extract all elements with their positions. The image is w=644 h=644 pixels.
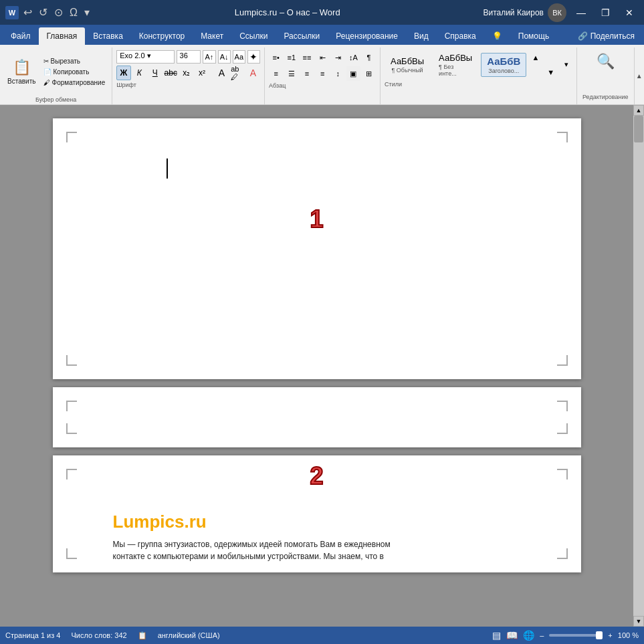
format-btn[interactable]: 🖌 Форматирование (41, 78, 108, 88)
cut-btn[interactable]: ✂ Вырезать (41, 56, 108, 66)
close-btn[interactable]: ✕ (620, 3, 639, 22)
paste-btn[interactable]: 📋 Вставить (4, 56, 39, 88)
style-normal[interactable]: АаБбВы ¶ Обычный (385, 53, 430, 76)
font-name-input[interactable]: Exo 2.0 ▾ (116, 50, 174, 64)
style-heading-preview: АаБбВ (487, 56, 520, 68)
font-case-btn[interactable]: Aa (233, 50, 245, 64)
styles-expand[interactable]: ▾ (560, 58, 572, 72)
page-2[interactable] (53, 387, 581, 447)
highlight-btn[interactable]: ab🖊 (230, 66, 244, 80)
avatar[interactable]: ВК (548, 3, 566, 22)
shading-btn[interactable]: ▣ (346, 66, 360, 81)
style-nospace[interactable]: АаБбВы ¶ Без инте... (433, 50, 478, 80)
redo-btn[interactable]: ↺ (37, 6, 49, 19)
ribbon-right: 🔗 Поделиться (574, 30, 644, 45)
tab-view[interactable]: Вид (406, 27, 437, 45)
copy-btn[interactable]: 📄 Копировать (41, 67, 108, 77)
view-normal-icon[interactable]: ▤ (492, 630, 501, 641)
align-center-btn[interactable]: ☰ (284, 66, 298, 81)
minimize-btn[interactable]: — (572, 3, 591, 22)
page-count: Страница 1 из 4 (5, 631, 60, 639)
font-group: Exo 2.0 ▾ 36 A↑ A↓ Aa ✦ Ж К Ч abc x₂ x² … (112, 47, 265, 104)
clipboard-label: Буфер обмена (35, 96, 76, 104)
tab-refs[interactable]: Ссылки (231, 27, 276, 45)
tab-review[interactable]: Рецензирование (328, 27, 406, 45)
tab-design[interactable]: Конструктор (131, 27, 193, 45)
more-btn[interactable]: ▾ (82, 6, 92, 19)
text-color-btn[interactable]: A (246, 66, 260, 80)
font-size-input[interactable]: 36 (177, 50, 201, 64)
list-bullets-btn[interactable]: ≡• (269, 50, 283, 65)
strikethrough-btn[interactable]: abc (164, 66, 178, 80)
zoom-thumb (596, 631, 603, 639)
list-numbers-btn[interactable]: ≡1 (284, 50, 298, 65)
status-bar: Страница 1 из 4 Число слов: 342 📋 англий… (0, 627, 644, 644)
tab-mail[interactable]: Рассылки (276, 27, 328, 45)
symbol-btn[interactable]: Ω (68, 7, 80, 19)
undo-btn[interactable]: ↩ (21, 6, 34, 19)
corner-br-2 (557, 423, 568, 434)
tab-file[interactable]: Файл (3, 27, 39, 45)
zoom-slider[interactable] (549, 634, 603, 637)
user-name: Виталий Каиров (483, 8, 544, 17)
styles-scroll-up[interactable]: ▲ (529, 50, 542, 65)
view-read-icon[interactable]: 📖 (506, 630, 518, 641)
font-label: Шрифт (116, 82, 260, 90)
pilcrow-btn[interactable]: ¶ (362, 50, 376, 65)
corner-bl-1 (66, 355, 77, 366)
indent-decrease-btn[interactable]: ⇤ (316, 50, 330, 65)
tab-suggest[interactable]: 💡 (484, 27, 510, 45)
tab-layout[interactable]: Макет (193, 27, 231, 45)
superscript-btn[interactable]: x² (195, 66, 209, 80)
subscript-btn[interactable]: x₂ (179, 66, 193, 80)
share-btn[interactable]: 🔗 Поделиться (574, 30, 639, 42)
scroll-down-btn[interactable]: ▼ (633, 616, 644, 627)
title-bar: W ↩ ↺ ⊙ Ω ▾ Lumpics.ru – О нас – Word Ви… (0, 0, 644, 25)
find-btn[interactable]: 🔍 (590, 50, 621, 73)
corner-br-1 (557, 355, 568, 366)
corner-bl-2 (66, 423, 77, 434)
list-multi-btn[interactable]: ≡≡ (300, 50, 314, 65)
scroll-thumb[interactable] (634, 116, 643, 142)
window-title: Lumpics.ru – О нас – Word (235, 7, 340, 17)
ribbon-collapse-btn[interactable]: ▲ (634, 47, 644, 104)
maximize-btn[interactable]: ❐ (596, 3, 615, 22)
underline-btn[interactable]: Ч (148, 66, 162, 80)
style-nospace-label: ¶ Без инте... (439, 64, 472, 77)
sort-btn[interactable]: ↕A (346, 50, 360, 65)
tab-assist[interactable]: Помощь (510, 27, 557, 45)
font-color-btn[interactable]: A (215, 66, 229, 80)
corner-bl-3 (66, 548, 77, 559)
page-number-1: 1 (310, 205, 323, 233)
font-size-down-btn[interactable]: A↓ (218, 50, 231, 64)
search-icon: 🔍 (597, 53, 615, 70)
style-heading[interactable]: АаБбВ Заголово... (481, 53, 526, 77)
line-spacing-btn[interactable]: ↕ (331, 66, 345, 81)
autosave-btn[interactable]: ⊙ (52, 6, 65, 19)
indent-increase-btn[interactable]: ⇥ (331, 50, 345, 65)
font-format-row: Ж К Ч abc x₂ x² A ab🖊 A (116, 66, 260, 80)
align-right-btn[interactable]: ≡ (300, 66, 314, 81)
font-size-up-btn[interactable]: A↑ (203, 50, 215, 64)
page-1[interactable]: 1 (53, 118, 581, 379)
zoom-minus[interactable]: – (540, 631, 544, 639)
align-left-btn[interactable]: ≡ (269, 66, 283, 81)
tab-home[interactable]: Главная (39, 27, 86, 45)
page-3[interactable]: 2 Lumpics.ru Мы — группа энтузиастов, од… (53, 455, 581, 572)
para-label: Абзац (269, 82, 376, 90)
ribbon-tabs: Файл Главная Вставка Конструктор Макет С… (0, 25, 644, 45)
zoom-plus[interactable]: + (608, 631, 612, 639)
scroll-track[interactable] (633, 116, 644, 616)
scroll-up-btn[interactable]: ▲ (633, 105, 644, 116)
italic-btn[interactable]: К (132, 66, 146, 80)
justify-btn[interactable]: ≡ (316, 66, 330, 81)
styles-scroll-down[interactable]: ▼ (544, 65, 557, 80)
view-web-icon[interactable]: 🌐 (523, 630, 534, 641)
border-btn[interactable]: ⊞ (362, 66, 376, 81)
font-clear-btn[interactable]: ✦ (247, 50, 260, 64)
tab-insert[interactable]: Вставка (85, 27, 131, 45)
tab-help[interactable]: Справка (437, 27, 484, 45)
bold-btn[interactable]: Ж (116, 66, 130, 80)
paste-label: Вставить (7, 78, 35, 85)
styles-group: АаБбВы ¶ Обычный АаБбВы ¶ Без инте... Аа… (381, 47, 577, 104)
